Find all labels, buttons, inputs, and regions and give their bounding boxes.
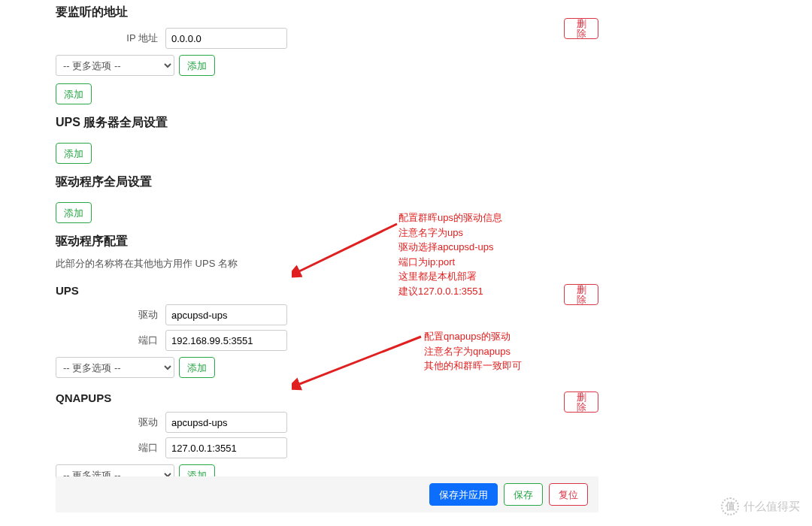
- ups-port-input[interactable]: [165, 330, 287, 351]
- watermark-text: 什么值得买: [744, 500, 800, 514]
- qnap-name: QNAPUPS: [56, 391, 598, 404]
- annotation-ups: 配置群晖ups的驱动信息 注意名字为ups 驱动选择apcupsd-ups 端口…: [398, 210, 502, 298]
- ups-driver-input[interactable]: [165, 304, 287, 325]
- ups-server-add-button[interactable]: 添加: [56, 143, 92, 164]
- listen-add-button[interactable]: 添加: [56, 83, 92, 104]
- watermark: 值 什么值得买: [721, 497, 800, 515]
- ups-driver-label: 驱动: [111, 308, 165, 322]
- driver-config-hint: 此部分的名称将在其他地方用作 UPS 名称: [56, 257, 598, 271]
- reset-button[interactable]: 复位: [549, 483, 588, 506]
- delete-qnap-button[interactable]: 删除: [564, 391, 598, 413]
- delete-ups-button[interactable]: 删除: [564, 284, 598, 305]
- listen-more-options-select[interactable]: -- 更多选项 --: [56, 55, 174, 76]
- annotation-qnap: 配置qnapups的驱动 注意名字为qnapups 其他的和群晖一致即可: [424, 329, 522, 373]
- listen-add-option-button[interactable]: 添加: [179, 55, 215, 76]
- footer-bar: 保存并应用 保存 复位: [56, 476, 598, 512]
- ip-label: IP 地址: [111, 32, 165, 45]
- ups-port-label: 端口: [111, 334, 165, 347]
- qnap-port-input[interactable]: [165, 437, 287, 458]
- ups-add-option-button[interactable]: 添加: [179, 357, 215, 378]
- driver-global-title: 驱动程序全局设置: [56, 174, 598, 190]
- watermark-icon: 值: [721, 497, 739, 515]
- ups-more-options-select[interactable]: -- 更多选项 --: [56, 357, 174, 378]
- driver-config-title: 驱动程序配置: [56, 234, 598, 249]
- qnap-driver-input[interactable]: [165, 412, 287, 433]
- listen-title: 要监听的地址: [56, 5, 598, 20]
- ups-server-title: UPS 服务器全局设置: [56, 115, 598, 131]
- ups-name: UPS: [56, 284, 598, 297]
- save-button[interactable]: 保存: [504, 483, 543, 506]
- save-apply-button[interactable]: 保存并应用: [429, 483, 498, 506]
- qnap-driver-label: 驱动: [111, 416, 165, 429]
- driver-global-add-button[interactable]: 添加: [56, 202, 92, 223]
- delete-listen-button[interactable]: 删除: [564, 18, 598, 39]
- ip-address-input[interactable]: [165, 28, 287, 49]
- qnap-port-label: 端口: [111, 441, 165, 455]
